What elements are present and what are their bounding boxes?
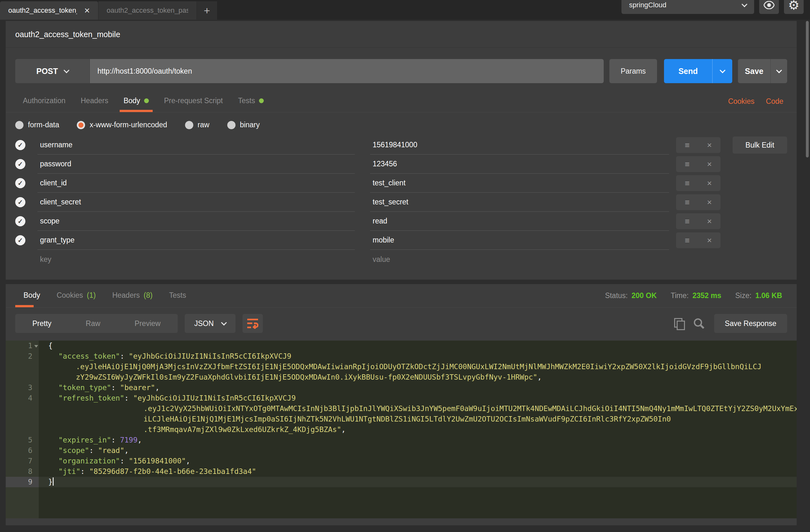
- param-key-input[interactable]: password: [37, 155, 355, 174]
- chevron-down-icon: [719, 67, 725, 73]
- param-row: ✓password123456≡×: [15, 155, 787, 174]
- code-line: 7"organization": "15619841000",: [6, 456, 797, 466]
- line-number: 6: [6, 445, 39, 456]
- search-icon[interactable]: [693, 318, 704, 329]
- param-enabled-checkbox[interactable]: ✓: [15, 235, 26, 245]
- param-enabled-checkbox[interactable]: ✓: [15, 140, 26, 150]
- format-select[interactable]: JSON: [185, 314, 236, 333]
- body-mode-raw[interactable]: raw: [185, 120, 210, 129]
- workspace-tab[interactable]: oauth2_access_token_passw: [98, 1, 197, 20]
- remove-row-icon[interactable]: ×: [707, 198, 712, 206]
- settings-button[interactable]: ⚙: [784, 0, 804, 14]
- fold-caret-icon[interactable]: [34, 345, 38, 348]
- param-key-input[interactable]: client_secret: [37, 193, 355, 212]
- new-tab-button[interactable]: +: [197, 1, 217, 20]
- remove-row-icon[interactable]: ×: [707, 160, 712, 168]
- bulk-edit-button[interactable]: Bulk Edit: [732, 136, 787, 154]
- save-response-button[interactable]: Save Response: [714, 314, 787, 333]
- code-token: :: [111, 436, 120, 444]
- param-value-input[interactable]: 123456: [370, 155, 669, 174]
- param-key-input[interactable]: scope: [37, 212, 355, 231]
- remove-row-icon[interactable]: ×: [707, 141, 712, 149]
- line-number: 2: [6, 351, 39, 361]
- code-token: "bearer": [120, 384, 155, 392]
- param-value-input[interactable]: test_client: [370, 174, 669, 193]
- copy-icon[interactable]: [674, 318, 684, 329]
- save-options-button[interactable]: [771, 59, 787, 83]
- request-tab-label: Authorization: [23, 97, 65, 105]
- url-input[interactable]: http://host1:8000/oauth/token: [90, 59, 604, 83]
- response-tab-tests[interactable]: Tests: [161, 284, 195, 307]
- param-value-input[interactable]: read: [370, 212, 669, 231]
- response-body-editor: 1{2"access_token": "eyJhbGciOiJIUzI1NiIs…: [6, 341, 797, 518]
- workspace-tab-label: oauth2_access_token_: [8, 6, 77, 15]
- view-mode-pretty[interactable]: Pretty: [15, 319, 68, 328]
- code-text: "organization": "15619841000",: [39, 456, 797, 466]
- cookies-link[interactable]: Cookies: [728, 97, 755, 106]
- workspace-tab[interactable]: oauth2_access_token_×: [0, 1, 98, 20]
- code-link[interactable]: Code: [766, 97, 783, 106]
- drag-handle-icon[interactable]: ≡: [685, 141, 690, 149]
- meta-value: 1.06 KB: [756, 291, 782, 300]
- environment-select[interactable]: springCloud: [621, 0, 754, 14]
- close-tab-icon[interactable]: ×: [84, 6, 90, 15]
- view-mode-raw[interactable]: Raw: [68, 319, 117, 328]
- param-value-input[interactable]: 15619841000: [370, 135, 669, 155]
- wrap-lines-button[interactable]: [243, 314, 263, 333]
- param-value-input[interactable]: mobile: [370, 231, 669, 250]
- response-tab-headers[interactable]: Headers(8): [104, 284, 161, 307]
- drag-handle-icon[interactable]: ≡: [685, 217, 690, 225]
- drag-handle-icon[interactable]: ≡: [685, 236, 690, 244]
- request-tab-body[interactable]: Body: [116, 91, 156, 112]
- request-tab-authorization[interactable]: Authorization: [15, 91, 73, 112]
- drag-handle-icon[interactable]: ≡: [685, 198, 690, 206]
- body-mode-x-www-form-urlencoded[interactable]: x-www-form-urlencoded: [77, 120, 167, 129]
- url-text: http://host1:8000/oauth/token: [97, 67, 192, 76]
- environment-preview-button[interactable]: [759, 0, 779, 14]
- code-token: "15619841000": [129, 457, 186, 465]
- code-token: "scope": [59, 446, 89, 454]
- param-enabled-checkbox[interactable]: ✓: [15, 197, 26, 207]
- param-key-input[interactable]: key: [37, 250, 355, 269]
- radio-icon: [227, 121, 236, 129]
- body-mode-form-data[interactable]: form-data: [15, 120, 59, 129]
- method-select[interactable]: POST: [15, 59, 90, 83]
- param-enabled-checkbox[interactable]: ✓: [15, 159, 26, 169]
- params-button[interactable]: Params: [610, 59, 657, 83]
- param-key-input[interactable]: username: [37, 135, 355, 155]
- green-dot-icon: [259, 98, 264, 103]
- window-scrollbar[interactable]: [806, 21, 809, 158]
- param-check-cell: ✓: [15, 135, 37, 155]
- request-tab-pre-request-script[interactable]: Pre-request Script: [157, 91, 230, 112]
- save-button[interactable]: Save: [738, 59, 771, 83]
- body-mode-binary[interactable]: binary: [227, 120, 260, 129]
- response-tab-cookies[interactable]: Cookies(1): [48, 284, 104, 307]
- request-tab-tests[interactable]: Tests: [230, 91, 271, 112]
- response-meta-pair: Size:1.06 KB: [735, 291, 782, 300]
- param-value-input[interactable]: value: [370, 250, 669, 269]
- send-button[interactable]: Send: [664, 59, 713, 83]
- param-side-cell: Bulk Edit: [727, 135, 787, 155]
- param-actions-cell: ≡×: [676, 193, 727, 212]
- param-key-input[interactable]: client_id: [37, 174, 355, 193]
- send-options-button[interactable]: [713, 59, 732, 83]
- remove-row-icon[interactable]: ×: [707, 179, 712, 187]
- response-tabs-row: BodyCookies(1)Headers(8)Tests Status:200…: [6, 284, 797, 308]
- param-value-input[interactable]: test_secret: [370, 193, 669, 212]
- drag-handle-icon[interactable]: ≡: [685, 160, 690, 168]
- remove-row-icon[interactable]: ×: [707, 236, 712, 244]
- code-line: .tf3MRmqavA7mjZXl9w0ZkLxed6UZkrkZ_4KDjg5…: [6, 424, 797, 435]
- param-key-input[interactable]: grant_type: [37, 231, 355, 250]
- param-enabled-checkbox[interactable]: ✓: [15, 178, 26, 188]
- drag-handle-icon[interactable]: ≡: [685, 179, 690, 187]
- remove-row-icon[interactable]: ×: [707, 217, 712, 225]
- workspace-tabbar: oauth2_access_token_×oauth2_access_token…: [0, 0, 810, 20]
- view-mode-preview[interactable]: Preview: [117, 319, 178, 328]
- request-tab-headers[interactable]: Headers: [73, 91, 116, 112]
- param-enabled-checkbox[interactable]: ✓: [15, 216, 26, 226]
- response-tab-body[interactable]: Body: [15, 284, 48, 307]
- param-row: keyvalue: [15, 250, 787, 269]
- code-text: {: [39, 341, 797, 351]
- code-token: ,: [537, 373, 542, 381]
- param-actions-group: ≡×: [676, 232, 720, 248]
